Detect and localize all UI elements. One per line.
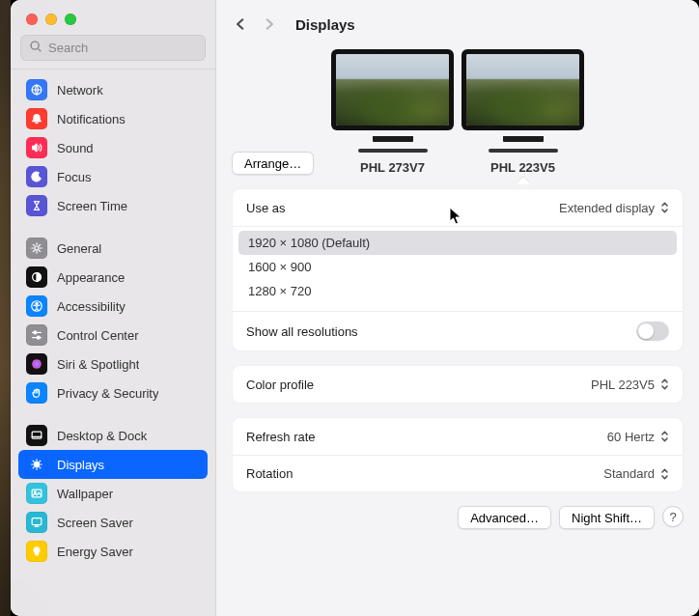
monitor-label: PHL 273V7	[360, 160, 425, 175]
rotation-label: Rotation	[246, 466, 293, 481]
footer-buttons: Advanced… Night Shift… ?	[216, 492, 699, 545]
search-field[interactable]	[20, 35, 206, 61]
back-button[interactable]	[228, 12, 253, 37]
hourglass-icon	[26, 195, 47, 216]
svg-point-10	[37, 336, 40, 339]
sidebar-item-label: Focus	[57, 170, 91, 184]
appearance-icon	[26, 266, 47, 288]
sidebar-item-label: Screen Time	[57, 199, 127, 213]
close-window-button[interactable]	[26, 14, 38, 25]
sidebar-item-siri-spotlight[interactable]: Siri & Spotlight	[18, 350, 208, 378]
wallpaper-icon	[26, 483, 47, 504]
use-as-row[interactable]: Use as Extended display	[233, 189, 683, 226]
content: Displays Arrange… PHL 273V7PHL 223V5 Use…	[216, 0, 699, 616]
screensaver-icon	[26, 512, 47, 533]
svg-point-6	[36, 302, 38, 304]
sidebar-list: NetworkNotificationsSoundFocusScreen Tim…	[11, 70, 215, 616]
display-preview-row: Arrange… PHL 273V7PHL 223V5	[216, 48, 699, 175]
color-profile-value: PHL 223V5	[591, 378, 655, 392]
refresh-rate-label: Refresh rate	[246, 430, 316, 444]
hand-icon	[26, 382, 47, 404]
monitor-label: PHL 223V5	[490, 160, 555, 175]
svg-rect-12	[32, 432, 42, 438]
monitor-thumbnail	[466, 54, 579, 126]
use-as-card: Use as Extended display 1920 × 1080 (Def…	[232, 188, 684, 351]
color-profile-card: Color profile PHL 223V5	[232, 365, 684, 404]
svg-point-11	[32, 359, 42, 369]
arrange-button[interactable]: Arrange…	[232, 152, 314, 175]
sidebar-item-notifications[interactable]: Notifications	[18, 104, 208, 133]
sidebar-item-label: Accessibility	[57, 299, 126, 314]
advanced-button[interactable]: Advanced…	[458, 506, 551, 529]
sidebar-item-general[interactable]: General	[18, 234, 208, 263]
monitor-phl-223v5[interactable]: PHL 223V5	[466, 54, 579, 175]
use-as-label: Use as	[246, 201, 285, 215]
monitor-phl-273v7[interactable]: PHL 273V7	[336, 54, 449, 175]
page-title: Displays	[295, 16, 355, 33]
resolution-option[interactable]: 1600 × 900	[238, 255, 677, 279]
brightness-icon	[26, 454, 47, 475]
sliders-icon	[26, 324, 47, 346]
rotation-row[interactable]: Rotation Standard	[233, 455, 683, 491]
search-input[interactable]	[48, 41, 197, 55]
sidebar-item-network[interactable]: Network	[18, 75, 208, 104]
sidebar-item-appearance[interactable]: Appearance	[18, 263, 208, 292]
sidebar-item-accessibility[interactable]: Accessibility	[18, 292, 208, 321]
bell-icon	[26, 108, 47, 129]
sidebar-item-label: Notifications	[57, 112, 126, 126]
search-icon	[29, 40, 42, 56]
up-down-icon	[660, 201, 669, 214]
zoom-window-button[interactable]	[65, 14, 76, 25]
sidebar-item-screen-time[interactable]: Screen Time	[18, 191, 208, 220]
moon-icon	[26, 166, 47, 187]
sidebar-item-label: Control Center	[57, 328, 139, 343]
sidebar-item-screen-saver[interactable]: Screen Saver	[18, 508, 208, 537]
sidebar-item-energy-saver[interactable]: Energy Saver	[18, 537, 208, 566]
accessibility-icon	[26, 295, 47, 317]
window-controls	[11, 0, 215, 35]
svg-point-0	[31, 42, 39, 49]
sidebar-item-label: Network	[57, 83, 103, 98]
rotation-value: Standard	[603, 466, 655, 481]
sidebar-item-sound[interactable]: Sound	[18, 133, 208, 162]
svg-line-1	[39, 49, 42, 52]
color-profile-row[interactable]: Color profile PHL 223V5	[233, 366, 683, 403]
minimize-window-button[interactable]	[45, 14, 57, 25]
sidebar-item-displays[interactable]: Displays	[18, 450, 208, 479]
sidebar-item-wallpaper[interactable]: Wallpaper	[18, 479, 208, 508]
help-button[interactable]: ?	[662, 506, 684, 527]
sidebar-item-control-center[interactable]: Control Center	[18, 321, 208, 350]
night-shift-button[interactable]: Night Shift…	[559, 506, 655, 529]
sidebar-item-label: Displays	[57, 458, 104, 472]
sidebar-item-focus[interactable]: Focus	[18, 162, 208, 191]
globe-icon	[26, 79, 47, 100]
refresh-rate-value: 60 Hertz	[607, 430, 655, 444]
svg-point-3	[35, 246, 39, 250]
prefs-window: NetworkNotificationsSoundFocusScreen Tim…	[11, 0, 699, 616]
refresh-rotation-card: Refresh rate 60 Hertz Rotation Standard	[232, 417, 684, 492]
sidebar-item-label: Privacy & Security	[57, 386, 158, 401]
use-as-value: Extended display	[559, 201, 655, 215]
refresh-rate-row[interactable]: Refresh rate 60 Hertz	[233, 418, 683, 455]
sidebar: NetworkNotificationsSoundFocusScreen Tim…	[11, 0, 216, 616]
gear-icon	[26, 238, 47, 259]
resolution-list: 1920 × 1080 (Default)1600 × 9001280 × 72…	[233, 226, 683, 311]
sidebar-item-label: Desktop & Dock	[57, 429, 147, 443]
sidebar-item-label: Energy Saver	[57, 545, 133, 559]
svg-point-14	[34, 462, 39, 466]
sidebar-item-privacy-security[interactable]: Privacy & Security	[18, 378, 208, 407]
selection-caret-icon	[516, 177, 531, 184]
resolution-option[interactable]: 1920 × 1080 (Default)	[238, 231, 677, 255]
up-down-icon	[660, 430, 669, 443]
svg-point-9	[34, 331, 37, 334]
sidebar-item-label: Siri & Spotlight	[57, 357, 139, 372]
forward-button[interactable]	[257, 12, 282, 37]
sidebar-item-desktop-dock[interactable]: Desktop & Dock	[18, 421, 208, 450]
show-all-toggle[interactable]	[636, 322, 669, 341]
up-down-icon	[660, 378, 669, 391]
siri-icon	[26, 353, 47, 375]
svg-point-16	[34, 491, 36, 493]
up-down-icon	[660, 467, 669, 481]
sidebar-item-label: General	[57, 241, 101, 256]
resolution-option[interactable]: 1280 × 720	[238, 279, 677, 303]
